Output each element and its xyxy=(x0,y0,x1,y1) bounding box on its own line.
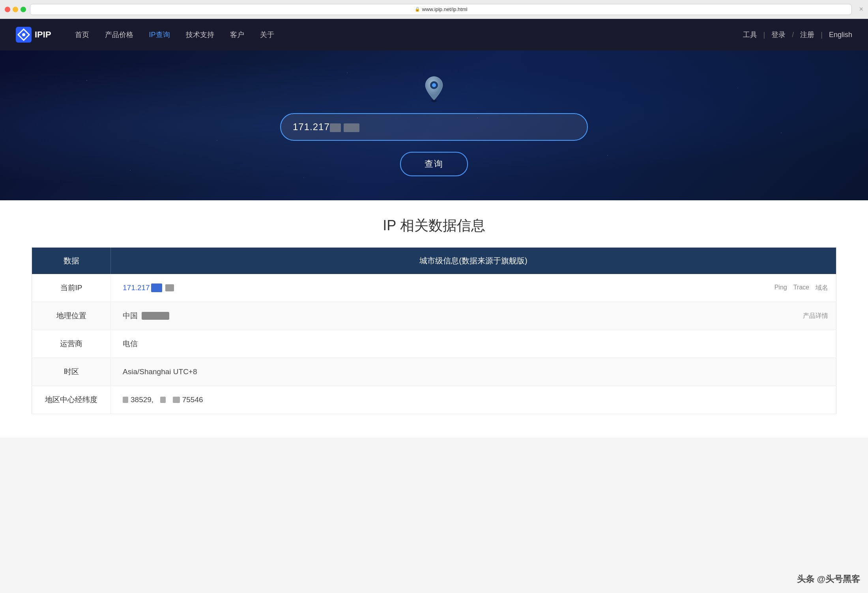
geo-country: 中国 xyxy=(123,311,138,321)
divider1: | xyxy=(763,31,765,39)
lock-icon: 🔒 xyxy=(415,7,420,12)
data-table: 数据 城市级信息(数据来源于旗舰版) 当前IP 171.217 Ping Tra… xyxy=(32,247,836,414)
ip-value-prefix: 171.217 xyxy=(123,283,150,292)
product-detail-action[interactable]: 产品详情 xyxy=(803,312,828,320)
row-isp-label: 运营商 xyxy=(32,330,111,358)
maximize-dot[interactable] xyxy=(21,7,26,12)
row-ip-value: 171.217 Ping Trace 域名 xyxy=(111,274,836,302)
ip-value-redacted1 xyxy=(151,283,162,292)
coord-prefix: 38529, xyxy=(131,395,153,404)
location-pin-icon xyxy=(420,75,448,104)
domain-action[interactable]: 域名 xyxy=(816,284,828,292)
divider2: / xyxy=(792,31,794,39)
nav-support[interactable]: 技术支持 xyxy=(186,30,214,39)
table-row-coords: 地区中心经纬度 38529, 75546 xyxy=(32,386,836,414)
nav-pricing[interactable]: 产品价格 xyxy=(105,30,133,39)
register-link[interactable]: 注册 xyxy=(800,30,814,39)
nav-ip-query[interactable]: IP查询 xyxy=(149,30,170,39)
table-row-isp: 运营商 电信 xyxy=(32,330,836,358)
table-row-geo: 地理位置 中国 产品详情 xyxy=(32,302,836,330)
col1-header: 数据 xyxy=(32,248,111,274)
svg-point-4 xyxy=(431,100,437,102)
row-ip-label: 当前IP xyxy=(32,274,111,302)
svg-point-1 xyxy=(22,33,25,36)
query-button[interactable]: 查询 xyxy=(400,152,468,176)
coord-redacted1 xyxy=(123,397,128,403)
row-isp-value: 电信 xyxy=(111,330,836,358)
ip-redacted-1 xyxy=(330,123,341,132)
ping-action[interactable]: Ping xyxy=(774,284,787,292)
url-text: www.ipip.net/ip.html xyxy=(422,6,468,12)
close-dot[interactable] xyxy=(5,7,10,12)
navbar: IPIP 首页 产品价格 IP查询 技术支持 客户 关于 工具 | 登录 / 注… xyxy=(0,19,868,50)
tools-link[interactable]: 工具 xyxy=(743,30,757,39)
ip-value: 171.217 xyxy=(123,283,174,292)
browser-dots xyxy=(5,7,26,12)
geo-value: 中国 xyxy=(123,311,824,321)
trace-action[interactable]: Trace xyxy=(793,284,809,292)
hero-section: 171.217 查询 xyxy=(0,50,868,200)
row-coords-label: 地区中心经纬度 xyxy=(32,386,111,414)
logo-text: IPIP xyxy=(35,30,51,40)
close-button[interactable]: × xyxy=(859,5,863,13)
nav-about[interactable]: 关于 xyxy=(260,30,274,39)
main-content: IP 相关数据信息 数据 城市级信息(数据来源于旗舰版) 当前IP 171.21… xyxy=(0,200,868,438)
geo-redacted xyxy=(142,312,169,320)
search-bar[interactable]: 171.217 xyxy=(280,113,588,141)
coord-value: 38529, 75546 xyxy=(123,395,824,404)
coord-suffix: 75546 xyxy=(182,395,203,404)
coord-redacted2 xyxy=(160,397,166,403)
logo-icon xyxy=(16,27,32,43)
svg-point-3 xyxy=(432,83,436,87)
row-timezone-label: 时区 xyxy=(32,358,111,386)
address-bar[interactable]: 🔒 www.ipip.net/ip.html xyxy=(30,4,852,15)
table-row-timezone: 时区 Asia/Shanghai UTC+8 xyxy=(32,358,836,386)
row-geo-label: 地理位置 xyxy=(32,302,111,330)
search-value: 171.217 xyxy=(293,121,359,132)
browser-chrome: 🔒 www.ipip.net/ip.html × xyxy=(0,0,868,19)
english-link[interactable]: English xyxy=(829,31,852,39)
nav-links: 首页 产品价格 IP查询 技术支持 客户 关于 xyxy=(75,30,743,39)
nav-home[interactable]: 首页 xyxy=(75,30,89,39)
table-header: 数据 城市级信息(数据来源于旗舰版) xyxy=(32,248,836,274)
col2-header: 城市级信息(数据来源于旗舰版) xyxy=(111,248,836,274)
login-link[interactable]: 登录 xyxy=(771,30,786,39)
nav-customers[interactable]: 客户 xyxy=(230,30,244,39)
ip-row-actions: Ping Trace 域名 xyxy=(774,284,828,292)
row-geo-value: 中国 产品详情 xyxy=(111,302,836,330)
divider3: | xyxy=(821,31,823,39)
search-bar-wrapper: 171.217 xyxy=(280,113,588,141)
logo[interactable]: IPIP xyxy=(16,27,51,43)
row-timezone-value: Asia/Shanghai UTC+8 xyxy=(111,358,836,386)
minimize-dot[interactable] xyxy=(13,7,18,12)
ip-redacted-2 xyxy=(344,123,359,132)
nav-right: 工具 | 登录 / 注册 | English xyxy=(743,30,852,39)
coord-redacted3 xyxy=(173,397,180,403)
ip-prefix: 171.217 xyxy=(293,121,330,132)
row-coords-value: 38529, 75546 xyxy=(111,386,836,414)
table-row-ip: 当前IP 171.217 Ping Trace 域名 xyxy=(32,274,836,302)
ip-value-redacted2 xyxy=(165,284,174,291)
geo-row-actions: 产品详情 xyxy=(803,312,828,320)
section-title: IP 相关数据信息 xyxy=(32,216,836,235)
